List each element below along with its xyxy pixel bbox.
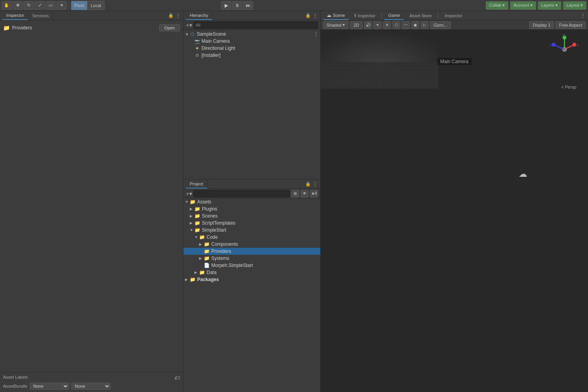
morpeh-script[interactable]: 📄 Morpeh.SimpleStart	[183, 262, 320, 269]
right-inspector-tab[interactable]: Inspector	[441, 11, 466, 20]
scene-viewport: x y z < Persp ☀ ☁ ▐▐ Main Ca	[321, 30, 588, 392]
code-label: Code	[207, 234, 218, 240]
project-more-icon[interactable]: ⋮	[312, 181, 318, 187]
simplestart-folder-icon: 📁	[194, 227, 200, 233]
hand-tool-btn[interactable]: ✋	[2, 1, 12, 10]
plugins-folder[interactable]: ▶ 📁 Plugins	[183, 205, 320, 212]
free-aspect-btn[interactable]: Free Aspect	[555, 21, 586, 29]
scene-lighting-btn[interactable]: ☀	[383, 21, 391, 29]
project-lock-icon[interactable]: 🔒	[305, 181, 311, 187]
hierarchy-tab-bar: Hierarchy 🔒 ⋮	[183, 11, 320, 20]
inspector-tab[interactable]: Inspector	[2, 11, 28, 20]
project-eye-btn[interactable]: 👁	[301, 190, 309, 198]
scenes-folder[interactable]: ▶ 📁 Scenes	[183, 212, 320, 220]
local-btn[interactable]: Local	[87, 1, 104, 10]
tag-icon[interactable]: 🏷	[174, 375, 180, 381]
project-tab[interactable]: Project	[186, 180, 207, 189]
installer-item[interactable]: ⚙ [Installer]	[183, 52, 320, 59]
project-filter-btn[interactable]: ⊞	[291, 190, 299, 198]
animated-btn[interactable]: ▷	[421, 21, 428, 29]
asset-store-label: Asset Store	[409, 13, 432, 18]
display-btn[interactable]: Display 1	[529, 21, 554, 29]
right-panel: ⛰ Scene ℹ Inspector Game Asset Store Ins…	[321, 11, 588, 392]
asset-bundle-select2[interactable]: None	[71, 383, 111, 390]
asset-store-tab[interactable]: Asset Store	[405, 11, 436, 20]
hierarchy-content: ▼ ⬡ SampleScene ⋮ 📷 Main Camera ☀ Direct…	[183, 30, 320, 179]
rotate-tool-btn[interactable]: ↻	[24, 1, 34, 10]
scene-tab-icon: ⛰	[327, 13, 331, 18]
code-folder[interactable]: ▼ 📁 Code	[183, 234, 320, 241]
hierarchy-tab[interactable]: Hierarchy	[186, 11, 212, 20]
main-camera-item[interactable]: 📷 Main Camera	[183, 38, 320, 45]
top-toolbar: ✋ ✥ ↻ ⤢ ▭ ✦ Pivot Local ▶ ⏸ ⏭ Collab ▾ A…	[0, 0, 588, 11]
game-tab-label: Game	[388, 13, 400, 18]
systems-folder[interactable]: ▶ 📁 Systems	[183, 255, 320, 262]
code-folder-icon: 📁	[199, 234, 205, 240]
data-folder[interactable]: ▶ 📁 Data	[183, 269, 320, 276]
pivot-btn[interactable]: Pivot	[71, 1, 87, 10]
fog-btn[interactable]: 〰	[402, 21, 410, 29]
effects-btn[interactable]: ✦	[374, 21, 381, 29]
shaded-btn[interactable]: Shaded ▾	[323, 21, 348, 29]
play-btn[interactable]: ▶	[221, 1, 231, 10]
scene-tab[interactable]: ⛰ Scene	[323, 11, 349, 20]
audio-btn[interactable]: 🔊	[364, 21, 372, 29]
hierarchy-actions: 🔒 ⋮	[305, 13, 318, 18]
open-button[interactable]: Open	[159, 24, 180, 31]
layers-btn[interactable]: Layers ▾	[538, 1, 561, 10]
rect-tool-btn[interactable]: ▭	[45, 1, 56, 10]
collab-btn[interactable]: Collab ▾	[486, 1, 508, 10]
components-folder-icon: 📁	[204, 241, 210, 247]
gizmo-widget[interactable]: x y z	[549, 34, 580, 65]
multi-tool-btn[interactable]: ✦	[56, 1, 67, 10]
play-controls: ▶ ⏸ ⏭	[221, 1, 253, 10]
gizmos-btn[interactable]: Gizm...	[430, 21, 451, 29]
scene-more-icon[interactable]: ⋮	[580, 13, 586, 18]
game-tab[interactable]: Game	[384, 11, 404, 20]
project-star-btn[interactable]: ★9	[310, 190, 318, 198]
scene-label: SampleScene	[197, 31, 226, 37]
scale-tool-btn[interactable]: ⤢	[34, 1, 45, 10]
move-tool-btn[interactable]: ✥	[13, 1, 23, 10]
project-add-btn[interactable]: +▾	[186, 191, 192, 197]
hierarchy-more-icon[interactable]: ⋮	[312, 13, 318, 18]
hierarchy-add-btn[interactable]: +▾	[186, 22, 192, 28]
2d-btn[interactable]: 2D	[350, 21, 363, 29]
components-folder[interactable]: ▶ 📁 Components	[183, 241, 320, 248]
packages-label: Packages	[197, 277, 219, 282]
sep1	[69, 2, 69, 9]
main-layout: Inspector Services 🔒 ⋮ 📁 Providers Open …	[0, 11, 588, 392]
center-panel: Hierarchy 🔒 ⋮ +▾ All ▼ ⬡ SampleScene ⋮	[183, 11, 321, 392]
scene-inspector-icon: ℹ	[354, 13, 356, 18]
scripttemplates-folder[interactable]: ▶ 📁 ScriptTemplates	[183, 220, 320, 227]
account-btn[interactable]: Account ▾	[510, 1, 536, 10]
packages-folder[interactable]: ▶ 📁 Packages	[183, 276, 320, 283]
step-btn[interactable]: ⏭	[243, 1, 253, 10]
services-tab[interactable]: Services	[28, 11, 53, 20]
assets-folder[interactable]: ▼ 📁 Assets	[183, 198, 320, 205]
simplestart-label: SimpleStart	[202, 227, 226, 233]
scene-options-btn[interactable]: ⋮	[313, 31, 319, 37]
pause-btn[interactable]: ⏸	[232, 1, 242, 10]
project-search-input[interactable]	[194, 190, 290, 197]
installer-label: [Installer]	[201, 53, 221, 58]
data-folder-icon: 📁	[199, 270, 205, 275]
scene-inspector-tab[interactable]: ℹ Inspector	[350, 11, 379, 20]
directional-light-item[interactable]: ☀ Directional Light	[183, 45, 320, 52]
simplestart-folder[interactable]: ▼ 📁 SimpleStart	[183, 227, 320, 234]
assets-label: Assets	[197, 199, 211, 205]
systems-label: Systems	[211, 256, 229, 261]
asset-bundle-select[interactable]: None	[30, 383, 69, 390]
left-panel-actions: 🔒 ⋮	[168, 13, 181, 18]
scene-item[interactable]: ▼ ⬡ SampleScene ⋮	[183, 31, 320, 38]
lock-icon[interactable]: 🔒	[168, 13, 174, 18]
providers-folder[interactable]: 📁 Providers	[183, 248, 320, 255]
hierarchy-lock-icon[interactable]: 🔒	[305, 13, 311, 18]
plugins-folder-icon: 📁	[194, 206, 200, 212]
flare-btn[interactable]: ◉	[411, 21, 419, 29]
providers-row: 📁 Providers Open	[3, 24, 180, 32]
more-icon-left[interactable]: ⋮	[175, 13, 181, 18]
svg-point-22	[572, 43, 576, 47]
layout-btn[interactable]: Layout ▾	[563, 1, 586, 10]
skybox-btn[interactable]: ⬡	[392, 21, 400, 29]
